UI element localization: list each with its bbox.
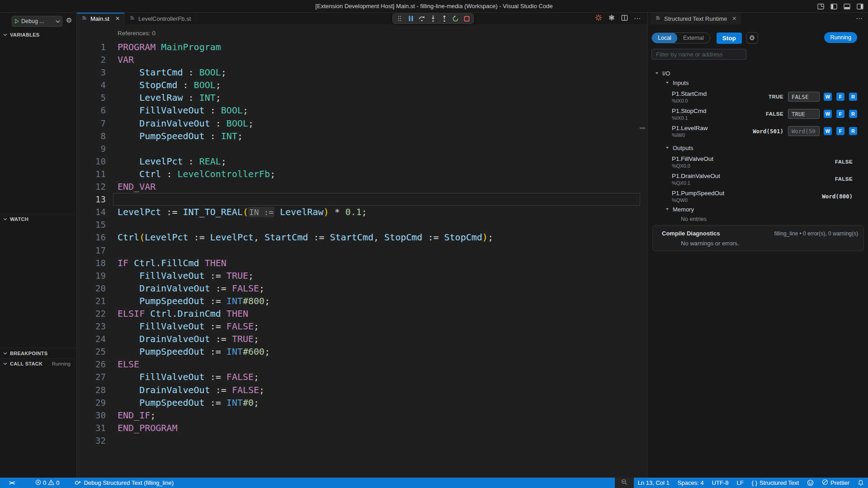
write-button[interactable]: W (824, 110, 832, 118)
code-line[interactable]: FillValveOut : BOOL; (113, 104, 640, 117)
line-number[interactable]: 15 (77, 218, 106, 231)
code-line[interactable]: StopCmd : BOOL; (113, 79, 640, 91)
step-over-icon[interactable] (418, 15, 425, 23)
line-number[interactable]: 12 (77, 180, 106, 193)
variables-section-header[interactable]: VARIABLES (0, 29, 77, 40)
start-debug-icon[interactable] (12, 19, 21, 24)
code-line[interactable] (113, 142, 640, 155)
code-line[interactable]: IF Ctrl.FillCmd THEN (113, 257, 640, 269)
code-line[interactable]: PumpSpeedOut := INT#600; (113, 345, 640, 358)
code-line[interactable]: Ctrl : LevelControllerFb; (113, 168, 640, 180)
breakpoints-section-header[interactable]: BREAKPOINTS (0, 348, 77, 358)
code-line[interactable]: PumpSpeedOut : INT; (113, 130, 640, 142)
value-input[interactable] (788, 126, 820, 136)
line-number[interactable]: 29 (77, 396, 106, 409)
line-number[interactable]: 9 (77, 142, 106, 155)
code-line[interactable]: FillValveOut := TRUE; (113, 269, 640, 282)
filter-input[interactable] (651, 49, 746, 60)
code-line[interactable]: DrainValveOut := TRUE; (113, 333, 640, 345)
debug-session-status[interactable]: Debug Structured Text (filling_line) (72, 478, 176, 488)
runtime-settings-gear-icon[interactable]: ⚙ (746, 32, 758, 44)
more-actions-icon[interactable]: ⋯ (856, 14, 863, 23)
line-number[interactable]: 22 (77, 307, 106, 320)
feedback-smiley[interactable] (803, 478, 818, 488)
line-number[interactable]: 3 (77, 66, 106, 79)
line-number[interactable]: 1 (77, 41, 106, 53)
line-number[interactable]: 25 (77, 345, 106, 358)
code-line[interactable]: END_VAR (113, 180, 640, 193)
code-line[interactable]: StartCmd : BOOL; (113, 66, 640, 79)
line-number[interactable]: 24 (77, 333, 106, 345)
remote-indicator[interactable]: >< (6, 478, 17, 488)
debug-launch-dropdown[interactable]: Debug ... (12, 16, 62, 27)
code-line[interactable]: DrainValveOut := FALSE; (113, 384, 640, 396)
code-line[interactable]: LevelPct : REAL; (113, 155, 640, 168)
force-button[interactable]: F (836, 93, 844, 101)
line-number[interactable]: 7 (77, 117, 106, 130)
tab-levelcontrollerfb-st[interactable]: LevelControllerFb.st (125, 13, 196, 24)
references-codelens[interactable]: References: 0 (118, 24, 647, 41)
tab-main-st[interactable]: Main.st ✕ (77, 13, 125, 24)
indentation-status[interactable]: Spaces: 4 (674, 478, 708, 488)
code-line[interactable] (113, 218, 640, 231)
value-input[interactable] (788, 92, 820, 102)
toolbar-drag-handle[interactable] (396, 15, 403, 23)
code-line[interactable]: FillValveOut := FALSE; (113, 371, 640, 383)
write-button[interactable]: W (824, 93, 832, 101)
zoom-indicator[interactable] (615, 478, 634, 488)
language-mode[interactable]: { } Structured Text (748, 478, 803, 488)
line-number[interactable]: 26 (77, 358, 106, 371)
tree-group-header-memory[interactable]: Memory (648, 205, 868, 214)
code-line[interactable]: FillValveOut := FALSE; (113, 320, 640, 333)
line-number[interactable]: 18 (77, 257, 106, 269)
notifications-bell-icon[interactable] (854, 478, 868, 488)
write-button[interactable]: W (824, 127, 832, 135)
line-number[interactable]: 17 (77, 244, 106, 257)
line-number[interactable]: 21 (77, 295, 106, 307)
extension-starburst-icon[interactable] (595, 14, 602, 23)
code-line[interactable]: END_PROGRAM (113, 422, 640, 434)
line-number[interactable]: 13 (77, 193, 106, 206)
line-number[interactable]: 5 (77, 91, 106, 104)
close-tab-icon[interactable]: ✕ (732, 15, 736, 22)
release-button[interactable]: R (849, 127, 857, 135)
code-line[interactable]: PumpSpeedOut := INT#0; (113, 396, 640, 409)
toggle-panel-icon[interactable] (844, 3, 850, 10)
formatter-status[interactable]: Prettier (818, 478, 854, 488)
release-button[interactable]: R (849, 110, 857, 118)
line-number[interactable]: 20 (77, 282, 106, 295)
code-line[interactable]: ELSIF Ctrl.DrainCmd THEN (113, 307, 640, 320)
step-out-icon[interactable] (441, 15, 448, 23)
tree-group-header-outputs[interactable]: Outputs (648, 143, 868, 152)
stop-runtime-button[interactable]: Stop (717, 33, 742, 44)
code-line[interactable]: LevelPct := INT_TO_REAL(IN := LevelRaw) … (113, 206, 640, 218)
tab-structured-text-runtime[interactable]: Structured Text Runtime ✕ (651, 13, 741, 24)
encoding-status[interactable]: UTF-8 (708, 478, 733, 488)
line-number[interactable]: 6 (77, 104, 106, 117)
code-line[interactable]: Ctrl(LevelPct := LevelPct, StartCmd := S… (113, 231, 640, 244)
code-line[interactable]: DrainValveOut := FALSE; (113, 282, 640, 295)
line-number[interactable]: 2 (77, 53, 106, 66)
line-number[interactable]: 31 (77, 422, 106, 434)
code-line[interactable] (113, 244, 640, 257)
force-button[interactable]: F (836, 127, 844, 135)
code-line[interactable] (113, 434, 640, 447)
tree-io-header[interactable]: I/O (648, 68, 868, 78)
code-line[interactable]: LevelRaw : INT; (113, 91, 640, 104)
mode-local-button[interactable]: Local (652, 33, 677, 43)
line-number[interactable]: 30 (77, 409, 106, 422)
problems-status[interactable]: 0 0 (33, 478, 62, 488)
watch-section-header[interactable]: WATCH (0, 214, 77, 224)
restart-icon[interactable] (452, 15, 459, 23)
debug-settings-gear-icon[interactable]: ⚙ (66, 17, 72, 23)
eol-status[interactable]: LF (732, 478, 747, 488)
code-line[interactable]: DrainValveOut : BOOL; (113, 117, 640, 130)
line-number[interactable]: 23 (77, 320, 106, 333)
customize-layout-icon[interactable] (817, 3, 824, 10)
line-number[interactable]: 10 (77, 155, 106, 168)
code-line[interactable]: VAR (113, 53, 640, 66)
pause-icon[interactable] (407, 15, 415, 23)
tree-group-header-inputs[interactable]: Inputs (648, 78, 868, 87)
line-number[interactable]: 19 (77, 269, 106, 282)
mode-external-button[interactable]: External (677, 33, 710, 43)
